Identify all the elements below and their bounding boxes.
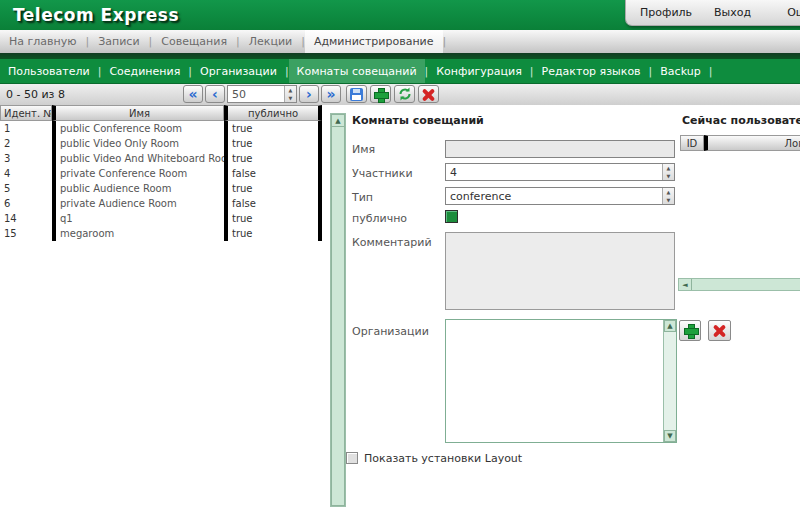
cell-name: megaroom	[52, 226, 224, 241]
cell-public: true	[224, 211, 322, 226]
scroll-up-button[interactable]: ▲	[664, 320, 676, 332]
type-label: Тип	[352, 191, 373, 204]
scroll-up-icon: ▲	[335, 117, 340, 125]
add-organization-button[interactable]	[679, 320, 701, 341]
subnav-item-backup[interactable]: Backup	[652, 59, 708, 83]
organizations-scrollbar[interactable]: ▲ ▼	[663, 320, 676, 442]
logout-link[interactable]: Выход	[714, 6, 751, 19]
top-links-tab: Профиль Выход Ошибка	[625, 0, 800, 26]
public-label: публично	[352, 212, 407, 225]
current-users-title: Сейчас пользователи	[682, 114, 800, 127]
plus-icon	[374, 88, 387, 101]
horizontal-scrollbar[interactable]: ◄	[678, 278, 800, 291]
nav-item-administration[interactable]: Администрирование	[305, 30, 443, 53]
cell-id: 14	[0, 211, 52, 226]
column-header-public[interactable]: публично	[224, 105, 322, 121]
participants-spinner[interactable]: ▲ ▼	[662, 164, 674, 180]
subnav-item-language-editor[interactable]: Редактор языков	[534, 59, 649, 83]
public-checkbox[interactable]	[445, 210, 458, 223]
cell-name: public Video And Whiteboard Room	[52, 151, 224, 166]
rooms-table-header: Идент. № Имя публично	[0, 105, 322, 121]
scroll-down-icon: ▼	[667, 432, 672, 440]
table-row[interactable]: 6 private Audience Room false	[0, 196, 322, 211]
type-value: conference	[446, 190, 662, 203]
rooms-table-body: 1 public Conference Room true 2 public V…	[0, 121, 322, 241]
chevron-double-left-icon: «	[188, 87, 197, 101]
name-field[interactable]	[445, 140, 675, 158]
remove-organization-button[interactable]	[708, 320, 731, 341]
comment-textarea[interactable]	[445, 232, 675, 310]
add-button[interactable]	[370, 85, 391, 103]
scroll-up-button[interactable]: ▲	[331, 114, 345, 127]
cell-id: 1	[0, 121, 52, 136]
table-row[interactable]: 2 public Video Only Room true	[0, 136, 322, 151]
cell-name: private Audience Room	[52, 196, 224, 211]
table-row[interactable]: 14 q1 true	[0, 211, 322, 226]
subnav-item-configuration[interactable]: Конфигурация	[428, 59, 530, 83]
spinner-down-icon: ▼	[289, 95, 293, 101]
vertical-scroll-thumb[interactable]	[331, 127, 345, 506]
toolbar-actions	[346, 85, 439, 103]
subnav-item-connections[interactable]: Соединения	[101, 59, 188, 83]
delete-x-icon	[422, 88, 435, 101]
scroll-left-button[interactable]: ◄	[679, 279, 692, 290]
show-layout-checkbox[interactable]	[346, 452, 358, 464]
horizontal-scroll-thumb[interactable]	[692, 279, 800, 290]
nav-item-lectures[interactable]: Лекции	[240, 30, 301, 53]
column-header-id[interactable]: Идент. №	[0, 105, 52, 121]
cell-public: true	[224, 121, 322, 136]
cell-name: q1	[52, 211, 224, 226]
spinner-up-icon: ▲	[289, 87, 293, 93]
users-column-login[interactable]: Логин	[704, 135, 800, 151]
table-row[interactable]: 15 megaroom true	[0, 226, 322, 241]
table-row[interactable]: 1 public Conference Room true	[0, 121, 322, 136]
type-field[interactable]: conference ▲ ▼	[445, 187, 675, 205]
cell-public: true	[224, 181, 322, 196]
nav-item-home[interactable]: На главную	[0, 30, 86, 53]
table-row[interactable]: 4 private Conference Room false	[0, 166, 322, 181]
organizations-listbox[interactable]: ▲ ▼	[445, 319, 677, 443]
nav-item-meetings[interactable]: Совещания	[152, 30, 236, 53]
last-page-button[interactable]: »	[321, 85, 341, 103]
table-row[interactable]: 3 public Video And Whiteboard Room true	[0, 151, 322, 166]
refresh-button[interactable]	[394, 85, 415, 103]
cell-id: 5	[0, 181, 52, 196]
error-link[interactable]: Ошибка	[787, 6, 800, 19]
page-size-input[interactable]	[228, 88, 284, 101]
comment-label: Комментарий	[352, 236, 432, 249]
organizations-label: Организации	[352, 325, 429, 338]
profile-link[interactable]: Профиль	[640, 6, 692, 19]
spinner-down-icon: ▼	[667, 197, 671, 203]
page-size-spinner[interactable]: ▲ ▼	[284, 86, 296, 102]
participants-value: 4	[446, 166, 662, 179]
cell-public: false	[224, 196, 322, 211]
main-nav: На главную | Записи | Совещания | Лекции…	[0, 30, 800, 53]
cell-id: 2	[0, 136, 52, 151]
users-column-id[interactable]: ID	[680, 135, 704, 151]
scroll-down-button[interactable]: ▼	[664, 430, 676, 442]
subnav-item-organizations[interactable]: Организации	[192, 59, 285, 83]
delete-button[interactable]	[418, 85, 439, 103]
cell-name: public Audience Room	[52, 181, 224, 196]
column-header-name[interactable]: Имя	[52, 105, 224, 121]
cell-id: 6	[0, 196, 52, 211]
toolbar: 0 - 50 из 8 « ‹ ▲ ▼ › »	[0, 84, 800, 105]
scroll-up-icon: ▲	[667, 322, 672, 330]
subnav-separator: |	[709, 59, 713, 83]
pagination: « ‹ ▲ ▼ › »	[183, 85, 341, 103]
type-spinner[interactable]: ▲ ▼	[662, 188, 674, 204]
nav-item-records[interactable]: Записи	[89, 30, 148, 53]
vertical-scrollbar[interactable]: ▲	[330, 113, 346, 507]
next-page-button[interactable]: ›	[299, 85, 319, 103]
subnav-item-users[interactable]: Пользователи	[0, 59, 98, 83]
subnav-item-meeting-rooms[interactable]: Комнаты совещаний	[289, 59, 425, 83]
participants-field[interactable]: 4 ▲ ▼	[445, 163, 675, 181]
table-row[interactable]: 5 public Audience Room true	[0, 181, 322, 196]
users-table-header: ID Логин	[680, 135, 800, 151]
first-page-button[interactable]: «	[183, 85, 203, 103]
cell-name: public Video Only Room	[52, 136, 224, 151]
save-button[interactable]	[346, 85, 367, 103]
cell-id: 15	[0, 226, 52, 241]
prev-page-button[interactable]: ‹	[205, 85, 225, 103]
save-icon	[350, 88, 363, 101]
